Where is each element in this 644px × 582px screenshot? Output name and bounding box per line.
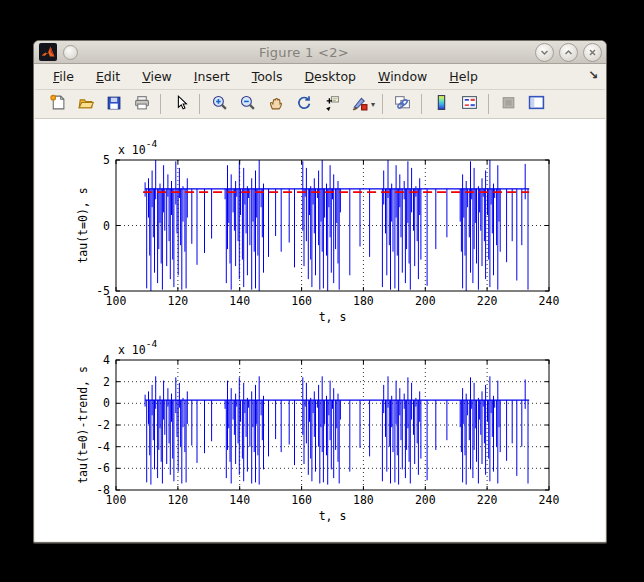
pointer-button[interactable] [167,91,193,117]
y-axis-label: tau(t=0)-trend, s [76,366,90,484]
x-tick-label: 200 [415,294,436,308]
print-figure-icon [133,94,150,115]
x-tick-label: 180 [353,294,374,308]
chevron-up-icon [564,48,573,57]
y-tick-label: -2 [96,418,110,432]
dock-figure-arrow-icon[interactable]: ↘ [588,68,598,82]
rotate-3d-button[interactable] [290,91,316,117]
desktop-background: Figure 1 <2> FileEditViewInsertToolsDesk… [0,0,644,582]
x-tick-label: 160 [291,493,312,507]
toolbar-separator [160,94,161,114]
y-tick-label: 2 [103,375,110,389]
x-tick-label: 220 [477,294,498,308]
menu-insert[interactable]: Insert [186,66,238,87]
x-axis-label: t, s [319,509,347,523]
print-figure-button[interactable] [128,91,154,117]
menu-help[interactable]: Help [441,66,486,87]
close-button[interactable] [583,43,602,62]
close-icon [588,48,597,57]
y-scale-label: x 10-4 [118,138,157,157]
x-tick-label: 120 [168,294,189,308]
show-plot-tools-button[interactable] [523,91,549,117]
insert-legend-button[interactable] [456,91,482,117]
save-figure-icon [105,94,122,115]
insert-colorbar-icon [433,94,450,115]
menu-window[interactable]: Window [370,66,435,87]
brush-data-button[interactable] [346,91,372,117]
toolbar-separator [199,94,200,114]
data-cursor-icon [323,94,340,115]
menu-bar: FileEditViewInsertToolsDesktopWindowHelp [35,64,605,90]
insert-colorbar-button[interactable] [428,91,454,117]
title-bar[interactable]: Figure 1 <2> [34,41,606,64]
y-tick-label: -6 [96,461,110,475]
insert-legend-icon [461,94,478,115]
x-tick-label: 140 [229,294,250,308]
open-file-icon [77,94,94,115]
y-tick-label: 5 [103,153,110,167]
y-tick-label: 4 [103,353,110,367]
show-plot-tools-icon [528,94,545,115]
y-tick-label: 0 [103,219,110,233]
y-axis-label: tau(t=0), s [76,187,90,263]
open-file-button[interactable] [72,91,98,117]
pan-button[interactable] [262,91,288,117]
matlab-logo-icon [39,43,57,61]
menu-view[interactable]: View [134,66,180,87]
x-tick-label: 200 [415,493,436,507]
x-tick-label: 160 [291,294,312,308]
subplot-bottom: 100120140160180200220240-8-6-4-2024x 10-… [76,338,559,523]
subplot-top: 100120140160180200220240-505x 10-4t, sta… [76,138,559,324]
pointer-icon [172,94,189,115]
x-tick-label: 120 [168,493,189,507]
toolbar-separator [488,94,489,114]
brush-data-icon [351,94,368,115]
toolbar-separator [382,94,383,114]
chevron-down-icon [540,48,549,57]
menu-tools[interactable]: Tools [244,66,291,87]
window-menu-button[interactable] [63,45,78,60]
link-plots-button[interactable] [389,91,415,117]
link-plots-icon [394,94,411,115]
zoom-out-icon [239,94,256,115]
toolbar-separator [421,94,422,114]
shade-button[interactable] [535,43,554,62]
hide-plot-tools-icon [500,94,517,115]
maximize-button[interactable] [559,43,578,62]
x-tick-label: 240 [539,493,560,507]
hide-plot-tools-button[interactable] [495,91,521,117]
pan-icon [267,94,284,115]
tool-bar: ▾ [35,90,605,119]
window-title: Figure 1 <2> [78,45,530,60]
save-figure-button[interactable] [100,91,126,117]
brush-dropdown-caret[interactable]: ▾ [371,100,375,109]
zoom-in-icon [211,94,228,115]
y-tick-label: -4 [96,440,110,454]
y-tick-label: -5 [96,284,110,298]
x-axis-label: t, s [319,310,347,324]
y-tick-label: 0 [103,396,110,410]
rotate-3d-icon [295,94,312,115]
zoom-in-button[interactable] [206,91,232,117]
x-tick-label: 180 [353,493,374,507]
menu-edit[interactable]: Edit [88,66,128,87]
y-scale-label: x 10-4 [118,338,157,357]
new-figure-button[interactable] [44,91,70,117]
plots-svg[interactable]: 100120140160180200220240-505x 10-4t, sta… [35,119,605,540]
zoom-out-button[interactable] [234,91,260,117]
figure-window: Figure 1 <2> FileEditViewInsertToolsDesk… [33,40,607,543]
menu-file[interactable]: File [45,66,82,87]
x-tick-label: 220 [477,493,498,507]
x-tick-label: 240 [539,294,560,308]
figure-canvas: 100120140160180200220240-505x 10-4t, sta… [35,119,605,541]
menu-desktop[interactable]: Desktop [296,66,364,87]
y-tick-label: -8 [96,483,110,497]
x-tick-label: 140 [229,493,250,507]
data-cursor-button[interactable] [318,91,344,117]
new-figure-icon [49,94,66,115]
